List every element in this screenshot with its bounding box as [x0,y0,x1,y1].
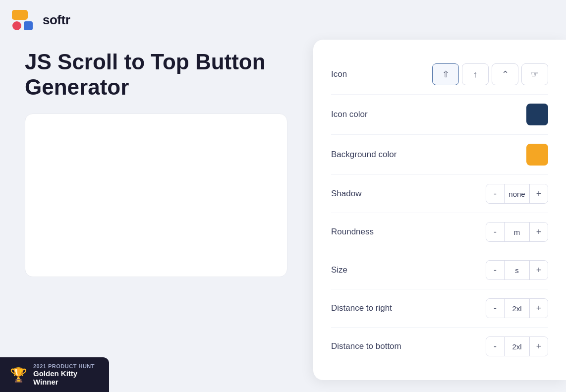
distance-right-control: - 2xl + [486,298,548,318]
distance-right-plus-btn[interactable]: + [530,299,548,318]
left-panel: JS Scroll to Top Button Generator [25,50,312,277]
preview-box [25,113,287,277]
distance-right-label: Distance to right [331,303,392,313]
roundness-stepper: - m + [486,222,548,242]
icon-btn-4[interactable]: ☞ [521,63,548,85]
distance-right-minus-btn[interactable]: - [486,299,504,318]
distance-bottom-plus-btn[interactable]: + [530,337,548,356]
golden-kitty-badge: 🏆 2021 PRODUCT HUNT Golden Kitty Winner [0,357,109,392]
badge-year: 2021 PRODUCT HUNT [33,363,99,369]
roundness-control: - m + [486,222,548,242]
settings-panel: Icon ⇧ ↑ ⌃ ☞ Icon color [313,40,566,380]
bg-color-control [526,144,548,166]
badge-text: 2021 PRODUCT HUNT Golden Kitty Winner [33,363,99,386]
distance-right-value: 2xl [504,299,530,318]
svg-rect-2 [24,21,33,30]
roundness-minus-btn[interactable]: - [486,223,504,241]
bg-color-label: Background color [331,150,396,160]
roundness-label: Roundness [331,227,374,237]
bg-color-row: Background color [331,135,548,175]
logo-icon [12,9,38,31]
icon-color-label: Icon color [331,110,368,119]
bg-color-swatch[interactable] [526,144,548,166]
logo-text: softr [43,12,70,28]
shadow-control: - none + [486,184,548,204]
distance-bottom-value: 2xl [504,337,530,356]
distance-bottom-row: Distance to bottom - 2xl + [331,328,548,365]
icon-color-control [526,104,548,125]
icon-control: ⇧ ↑ ⌃ ☞ [432,63,548,85]
shadow-value: none [504,184,530,203]
shadow-minus-btn[interactable]: - [486,184,504,203]
distance-right-stepper: - 2xl + [486,298,548,318]
svg-rect-0 [12,10,28,20]
icon-label: Icon [331,69,347,79]
roundness-value: m [504,223,530,241]
icon-row: Icon ⇧ ↑ ⌃ ☞ [331,55,548,95]
icon-color-swatch[interactable] [526,104,548,125]
distance-bottom-control: - 2xl + [486,336,548,356]
shadow-plus-btn[interactable]: + [530,184,548,203]
size-plus-btn[interactable]: + [530,261,548,280]
shadow-label: Shadow [331,189,361,199]
size-stepper: - s + [486,260,548,280]
icon-btn-3[interactable]: ⌃ [492,63,518,85]
size-minus-btn[interactable]: - [486,261,504,280]
icon-btn-1[interactable]: ⇧ [432,63,459,85]
header: softr [0,0,566,40]
badge-title: Golden Kitty Winner [33,369,99,386]
size-label: Size [331,265,347,275]
distance-bottom-minus-btn[interactable]: - [486,337,504,356]
icon-color-row: Icon color [331,95,548,135]
svg-point-1 [12,21,21,30]
page-title: JS Scroll to Top Button Generator [25,50,312,100]
distance-right-row: Distance to right - 2xl + [331,289,548,328]
icon-btn-2[interactable]: ↑ [462,63,489,85]
size-control: - s + [486,260,548,280]
roundness-row: Roundness - m + [331,213,548,251]
size-row: Size - s + [331,251,548,289]
shadow-row: Shadow - none + [331,175,548,213]
shadow-stepper: - none + [486,184,548,204]
size-value: s [504,261,530,280]
distance-bottom-stepper: - 2xl + [486,336,548,356]
main-content: JS Scroll to Top Button Generator Icon ⇧… [0,40,566,287]
roundness-plus-btn[interactable]: + [530,223,548,241]
distance-bottom-label: Distance to bottom [331,341,401,351]
trophy-icon: 🏆 [10,367,27,383]
